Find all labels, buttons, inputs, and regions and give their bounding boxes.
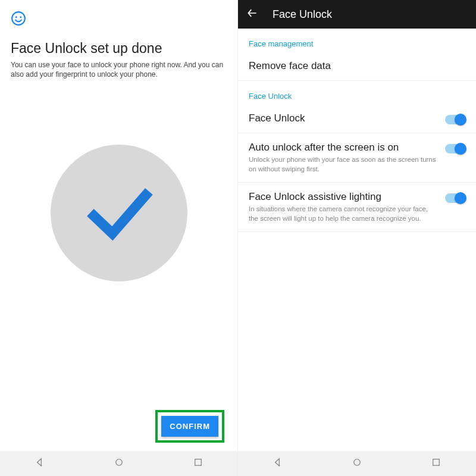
checkmark-icon — [77, 170, 161, 256]
setup-done-description: You can use your face to unlock your pho… — [11, 60, 227, 79]
assistive-lighting-toggle[interactable] — [445, 193, 465, 203]
face-unlock-settings-screen: Face Unlock Face management Remove face … — [238, 0, 476, 476]
nav-back-icon[interactable] — [273, 457, 283, 470]
auto-unlock-toggle[interactable] — [445, 144, 465, 154]
setting-title: Auto unlock after the screen is on — [249, 142, 438, 154]
svg-point-5 — [354, 459, 361, 466]
remove-face-data-label: Remove face data — [249, 60, 458, 72]
android-nav-bar — [238, 451, 476, 476]
nav-recent-icon[interactable] — [431, 457, 441, 470]
setting-subtitle: Unlock your phone with your face as soon… — [249, 155, 438, 174]
auto-unlock-toggle-row[interactable]: Auto unlock after the screen is on Unloc… — [238, 133, 476, 183]
settings-header: Face Unlock — [238, 0, 476, 29]
header-title: Face Unlock — [273, 8, 332, 21]
success-circle — [51, 145, 187, 281]
confirm-highlight-box: CONFIRM — [155, 410, 224, 443]
setting-subtitle: In situations where the camera cannot re… — [249, 205, 438, 223]
section-label-face-unlock: Face Unlock — [238, 81, 476, 104]
face-unlock-toggle[interactable] — [445, 115, 465, 124]
setting-title: Face Unlock assistive lighting — [249, 191, 438, 203]
face-unlock-toggle-row[interactable]: Face Unlock — [238, 104, 476, 133]
setup-done-screen: Face Unlock set up done You can use your… — [0, 0, 238, 476]
nav-recent-icon[interactable] — [193, 457, 203, 470]
confirm-button[interactable]: CONFIRM — [161, 416, 218, 437]
svg-point-0 — [12, 12, 25, 25]
svg-rect-6 — [433, 459, 440, 466]
svg-point-3 — [115, 459, 122, 466]
smiley-icon — [11, 11, 237, 29]
svg-rect-4 — [195, 459, 201, 466]
section-label-face-management: Face management — [238, 29, 476, 52]
setup-done-title: Face Unlock set up done — [11, 40, 227, 57]
setting-title: Face Unlock — [249, 112, 438, 124]
nav-back-icon[interactable] — [35, 457, 45, 470]
assistive-lighting-toggle-row[interactable]: Face Unlock assistive lighting In situat… — [238, 183, 476, 232]
remove-face-data-row[interactable]: Remove face data — [238, 52, 476, 81]
svg-point-1 — [15, 16, 17, 18]
nav-home-icon[interactable] — [352, 457, 362, 470]
back-arrow-icon[interactable] — [246, 7, 258, 21]
android-nav-bar — [0, 451, 237, 476]
svg-point-2 — [20, 16, 21, 18]
nav-home-icon[interactable] — [114, 457, 124, 470]
